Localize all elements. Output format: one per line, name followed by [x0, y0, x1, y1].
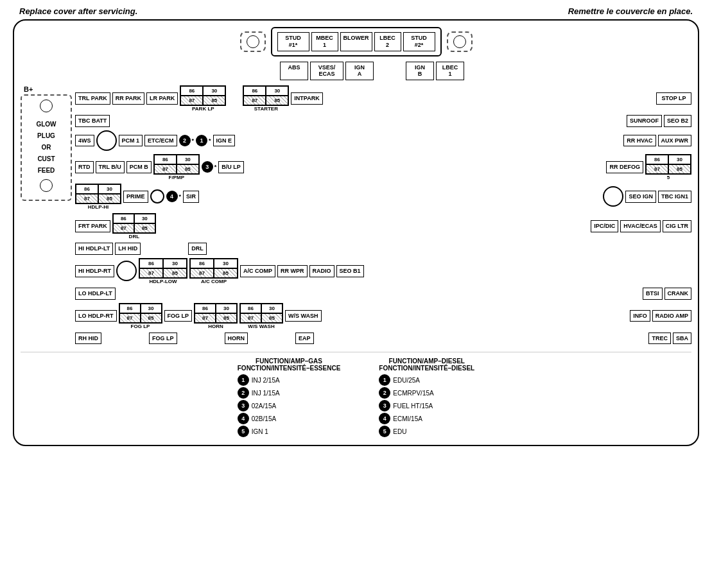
legend-gas-item-3: 3 02A/15A	[238, 400, 341, 411]
relay-park-lp-cells: 86 30 87 85	[180, 85, 226, 106]
relay-ac-comp-label: A/C COMP	[201, 279, 227, 284]
fuse-frt-park: FRT PARK	[75, 220, 110, 232]
fuse-row-11: RH HID FOG LP HORN EAP TREC SBA	[75, 333, 691, 345]
relay-starter-cells: 86 30 87 85	[243, 85, 289, 106]
relay-hdlp-low-87: 87	[139, 268, 163, 278]
legend-gas-text-1: INJ 2/15A	[252, 377, 280, 384]
relay-hdlp-low-30: 30	[163, 259, 187, 268]
legend-gas: FUNCTION/AMP–GAS FONCTION/INTENSITÉ–ESSE…	[238, 358, 341, 438]
relay-ws-85: 85	[261, 313, 282, 323]
fuse-rr-hvac: RR HVAC	[623, 135, 656, 147]
legend-gas-title2: FONCTION/INTENSITÉ–ESSENCE	[238, 365, 341, 372]
relay-hdlp-hi-87: 87	[76, 194, 98, 203]
legend-diesel: FUNCTION/AMP–DIESEL FONCTION/INTENSITÉ–D…	[379, 358, 474, 438]
fuse-info: INFO	[630, 310, 650, 322]
fuse-ws-wash: W/S WASH	[285, 310, 322, 322]
fuse-ac-comp: A/C COMP	[240, 265, 275, 277]
fuse-seo-b2: SEO B2	[664, 115, 691, 127]
screw-top-left	[40, 99, 53, 112]
legend-gas-num-2: 2	[238, 387, 249, 399]
legend-gas-title1: FUNCTION/AMP–GAS	[238, 358, 341, 365]
fuse-prime: PRIME	[123, 191, 148, 203]
relay-hdlp-low-85: 85	[163, 268, 187, 278]
fuse-etc-ecm: ETC/ECM	[144, 135, 177, 147]
relay-fog-lp: 86 30 87 85 FOG LP	[119, 303, 162, 329]
fuse-btsi: BTSI	[643, 288, 663, 300]
relay-fog-86: 86	[119, 304, 141, 313]
relay-starter: 86 30 87 85 STARTER	[243, 85, 289, 112]
legend-gas-text-4: 02B/15A	[252, 415, 276, 422]
page: Replace cover after servicing. Remettre …	[0, 0, 712, 588]
legend-area: FUNCTION/AMP–GAS FONCTION/INTENSITÉ–ESSE…	[21, 352, 691, 438]
relay-hdlp-low: 86 30 87 85 HDLP-LOW	[139, 258, 187, 284]
legend-diesel-num-2: 2	[379, 387, 390, 399]
relay-ac-30: 30	[214, 259, 238, 268]
fuse-rh-hid: RH HID	[75, 333, 101, 345]
relay-5: 86 30 87 85 5	[645, 154, 691, 180]
legend-gas-num-4: 4	[238, 413, 249, 424]
num-circle-2: 2	[179, 135, 191, 146]
right-header-label: Remettre le couvercle en place.	[568, 6, 693, 16]
circle-2	[150, 189, 164, 203]
fuse-rtd: RTD	[75, 161, 94, 173]
circle-4	[116, 261, 137, 281]
legend-gas-item-2: 2 INJ 1/15A	[238, 387, 341, 399]
relay-cell-85a: 85	[203, 96, 225, 105]
fuse-pcm1: PCM 1	[119, 135, 143, 147]
legend-diesel-item-5: 5 EDU	[379, 426, 474, 437]
relay-cell-87a: 87	[180, 96, 203, 105]
relay-horn-label: HORN	[208, 324, 223, 329]
fuse-stud1: STUD#1*	[277, 32, 309, 51]
relay-fpmp: 86 30 87 85 F/PMP	[153, 154, 200, 180]
fuse-fog-lp-box: FOG LP	[164, 310, 193, 322]
fuse-lr-park: LR PARK	[146, 92, 178, 105]
fuse-pcm-b: PCM B	[126, 161, 152, 173]
left-panel: B+ GLOWPLUG OR CUSTFEED	[21, 85, 72, 345]
fuse-stop-lp: STOP LP	[656, 92, 691, 105]
relay-hdlp-hi-86: 86	[76, 184, 98, 194]
screw-left	[247, 35, 259, 48]
legend-gas-text-5: IGN 1	[252, 428, 268, 435]
fuse-intpark: INTPARK	[291, 92, 322, 105]
fuse-ign-e: IGN E	[213, 135, 236, 147]
relay-fpmp-label: F/PMP	[169, 175, 184, 180]
relay-starter-label: STARTER	[254, 106, 278, 112]
legend-diesel-num-3: 3	[379, 400, 390, 411]
num4-star-label: *	[179, 193, 182, 200]
fuse-bu-lp: B/U LP	[218, 161, 244, 173]
fuse-row-8: HI HDLP-RT 86 30 87 85 HDLP-LOW	[75, 258, 691, 284]
fuse-trl-park: TRL PARK	[75, 92, 110, 105]
legend-diesel-num-5: 5	[379, 426, 390, 437]
fuse-row-9: LO HDLP-LT BTSI CRANK	[75, 288, 691, 300]
relay-5-85: 85	[668, 164, 691, 174]
relay-ac-85: 85	[214, 268, 238, 278]
fuse-radio: RADIO	[309, 265, 334, 277]
num-circle-4: 4	[166, 191, 178, 202]
relay-fog-87: 87	[119, 313, 141, 323]
fuse-seo-ign: SEO IGN	[625, 191, 656, 203]
fuse-lh-hid: LH HID	[115, 243, 141, 255]
legend-diesel-title2: FONCTION/INTENSITÉ–DIESEL	[379, 365, 474, 372]
fuse-cig-ltr: CIG LTR	[663, 220, 691, 232]
num3-star-label: *	[214, 164, 217, 170]
legend-gas-item-1: 1 INJ 2/15A	[238, 374, 341, 386]
relay-ws-wash-label: W/S WASH	[248, 324, 274, 329]
relay-ws-wash-cells: 86 30 87 85	[239, 303, 283, 324]
relay-drl-cells: 86 30 87 85	[112, 213, 156, 234]
or-label: OR	[24, 142, 68, 153]
relay-5-30: 30	[668, 155, 691, 164]
fuse-ign-a: IGNA	[345, 62, 374, 81]
bp-label: B+	[24, 85, 72, 93]
fuse-hi-hdlp-rt: HI HDLP-RT	[75, 265, 114, 277]
relay-hdlp-hi-label: HDLP-HI	[88, 204, 109, 210]
relay-ws-wash: 86 30 87 85 W/S WASH	[239, 303, 283, 329]
left-dashed-connector	[240, 31, 266, 52]
fuse-ign-b: IGNB	[406, 62, 434, 81]
fuse-row-6: FRT PARK 86 30 87 85 DRL IPC/DIC HVAC/EC…	[75, 213, 691, 239]
relay-ws-30: 30	[261, 304, 282, 313]
screw-bottom-left	[40, 179, 53, 192]
legend-diesel-item-3: 3 FUEL HT/15A	[379, 400, 474, 411]
fuse-horn-label: HORN	[225, 333, 248, 345]
relay-ac-86: 86	[190, 259, 214, 268]
num1-container: 1 *	[196, 135, 211, 146]
